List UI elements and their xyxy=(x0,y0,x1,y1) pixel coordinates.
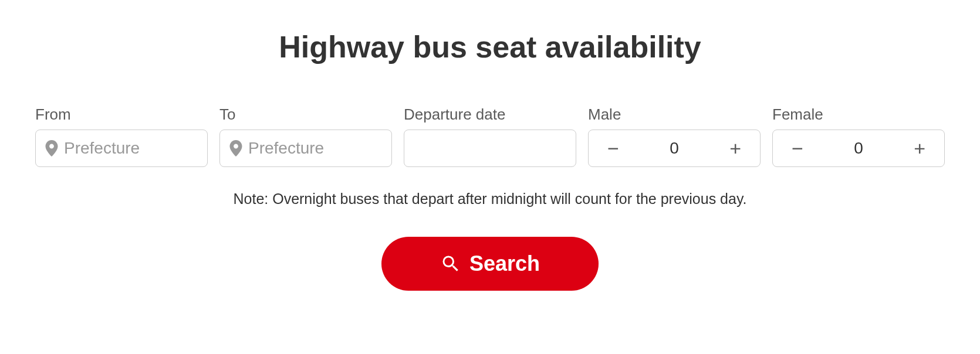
female-group: Female − 0 + xyxy=(772,105,945,167)
date-group: Departure date xyxy=(404,105,576,167)
from-group: From xyxy=(35,105,208,167)
male-value: 0 xyxy=(670,139,679,158)
from-label: From xyxy=(35,105,208,124)
from-input-wrapper[interactable] xyxy=(35,130,208,167)
to-input-wrapper[interactable] xyxy=(219,130,392,167)
search-button-label: Search xyxy=(469,251,540,276)
to-group: To xyxy=(219,105,392,167)
male-group: Male − 0 + xyxy=(588,105,761,167)
pin-icon xyxy=(45,140,58,156)
to-input[interactable] xyxy=(248,139,382,158)
female-value: 0 xyxy=(854,139,863,158)
search-form-row: From To Departure date xyxy=(35,105,945,167)
female-label: Female xyxy=(772,105,945,124)
from-input[interactable] xyxy=(64,139,198,158)
male-label: Male xyxy=(588,105,761,124)
female-stepper: − 0 + xyxy=(772,130,945,167)
search-icon xyxy=(440,253,461,274)
to-label: To xyxy=(219,105,392,124)
date-input[interactable] xyxy=(414,139,566,158)
search-button[interactable]: Search xyxy=(381,237,599,291)
female-increment-button[interactable]: + xyxy=(909,138,930,158)
female-decrement-button[interactable]: − xyxy=(787,138,808,158)
date-input-wrapper[interactable] xyxy=(404,130,576,167)
date-label: Departure date xyxy=(404,105,576,124)
note-text: Note: Overnight buses that depart after … xyxy=(35,190,945,207)
male-stepper: − 0 + xyxy=(588,130,761,167)
male-decrement-button[interactable]: − xyxy=(603,138,624,158)
search-button-wrapper: Search xyxy=(35,237,945,291)
male-increment-button[interactable]: + xyxy=(725,138,746,158)
pin-icon xyxy=(229,140,242,156)
page-title: Highway bus seat availability xyxy=(35,29,945,64)
